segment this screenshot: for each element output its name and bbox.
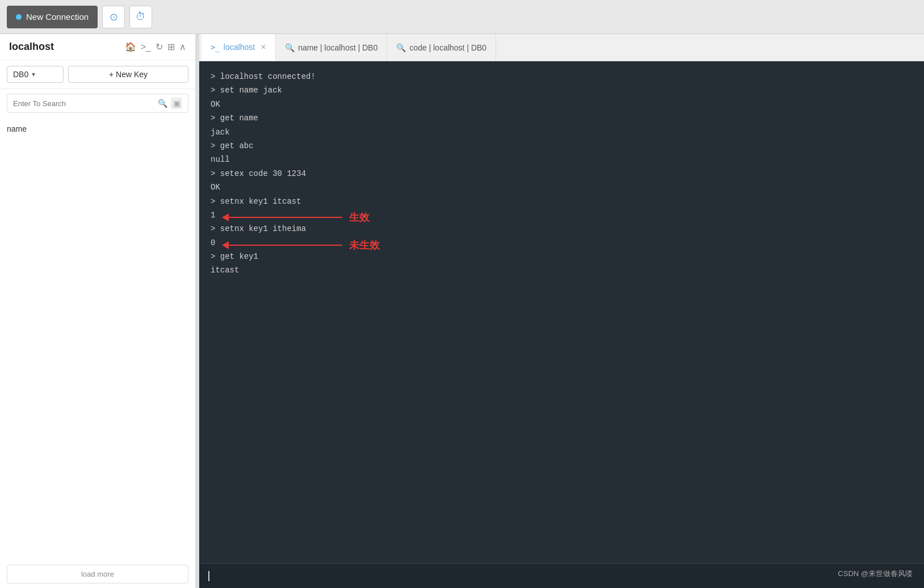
key-list: name bbox=[0, 117, 195, 560]
home-icon[interactable]: 🏠 bbox=[125, 41, 136, 52]
search-bar: 🔍 ▣ bbox=[7, 94, 188, 113]
load-more-button[interactable]: load more bbox=[7, 565, 188, 583]
terminal-line: 0 未生效 bbox=[211, 237, 913, 249]
new-connection-label: New Connection bbox=[26, 12, 89, 22]
tabs-bar: >_ localhost ✕ 🔍 name | localhost | DB0 … bbox=[199, 34, 924, 61]
toolbar: New Connection ⊙ ⏱ bbox=[0, 0, 924, 34]
sidebar-title: localhost bbox=[9, 41, 54, 53]
tab-code-label: code | localhost | DB0 bbox=[409, 43, 486, 52]
db-selector[interactable]: DB0 ▾ bbox=[7, 66, 64, 83]
sidebar-controls: DB0 ▾ + New Key bbox=[0, 60, 195, 89]
refresh-icon[interactable]: ↻ bbox=[156, 41, 163, 52]
tab-name-search[interactable]: 🔍 name | localhost | DB0 bbox=[276, 34, 387, 61]
terminal-line: null bbox=[211, 153, 913, 166]
tab-localhost[interactable]: >_ localhost ✕ bbox=[201, 34, 276, 61]
terminal-line: > setex code 30 1234 bbox=[211, 167, 913, 180]
terminal-line: OK bbox=[211, 181, 913, 194]
new-connection-button[interactable]: New Connection bbox=[7, 6, 98, 28]
watermark: CSDN @来世做春风喽 bbox=[838, 569, 913, 579]
connection-status-dot bbox=[16, 14, 22, 20]
new-key-button[interactable]: + New Key bbox=[68, 66, 188, 83]
main-content: >_ localhost ✕ 🔍 name | localhost | DB0 … bbox=[199, 34, 924, 588]
terminal-line: > get name bbox=[211, 112, 913, 124]
terminal-line: > setnx key1 itcast bbox=[211, 195, 913, 208]
load-more-label: load more bbox=[81, 570, 114, 578]
tab-label: localhost bbox=[224, 43, 255, 52]
terminal-line: > localhost connected! bbox=[211, 70, 913, 83]
tab-name-label: name | localhost | DB0 bbox=[298, 43, 377, 52]
search-input[interactable] bbox=[13, 99, 154, 108]
sidebar-icons: 🏠 >_ ↻ ⊞ ∧ bbox=[125, 41, 186, 52]
tab-code-search[interactable]: 🔍 code | localhost | DB0 bbox=[387, 34, 496, 61]
clock-icon: ⏱ bbox=[136, 11, 146, 23]
sidebar: localhost 🏠 >_ ↻ ⊞ ∧ DB0 ▾ + New Key 🔍 ▣ bbox=[0, 34, 196, 588]
terminal-line: > set name jack bbox=[211, 84, 913, 96]
filter-icon[interactable]: ▣ bbox=[171, 98, 182, 109]
terminal-icon: ⊙ bbox=[110, 11, 118, 23]
new-key-label: + New Key bbox=[109, 70, 148, 79]
tab-search-icon-1: 🔍 bbox=[285, 43, 295, 52]
tab-prefix-icon: >_ bbox=[211, 43, 220, 52]
history-icon-button[interactable]: ⏱ bbox=[129, 6, 152, 28]
main-layout: localhost 🏠 >_ ↻ ⊞ ∧ DB0 ▾ + New Key 🔍 ▣ bbox=[0, 34, 924, 588]
key-item-name[interactable]: name bbox=[7, 122, 188, 136]
terminal-line: 1 生效 bbox=[211, 209, 913, 221]
terminal-input-row[interactable] bbox=[199, 563, 924, 588]
close-icon[interactable]: ✕ bbox=[261, 43, 266, 51]
terminal-line: OK bbox=[211, 98, 913, 111]
arrow-annotation-2: 未生效 bbox=[222, 237, 380, 254]
terminal-line: jack bbox=[211, 126, 913, 138]
chevron-down-icon: ▾ bbox=[32, 70, 35, 78]
terminal-line: itcast bbox=[211, 264, 913, 276]
terminal-output[interactable]: > localhost connected! > set name jack O… bbox=[199, 61, 924, 563]
grid-icon[interactable]: ⊞ bbox=[167, 41, 175, 52]
arrow-annotation-1: 生效 bbox=[222, 209, 369, 226]
terminal-wrapper: > localhost connected! > set name jack O… bbox=[199, 61, 924, 588]
terminal-icon-button[interactable]: ⊙ bbox=[102, 6, 125, 28]
terminal-cursor bbox=[208, 571, 209, 581]
sidebar-header: localhost 🏠 >_ ↻ ⊞ ∧ bbox=[0, 34, 195, 60]
terminal-line: > get abc bbox=[211, 140, 913, 152]
terminal-small-icon[interactable]: >_ bbox=[141, 42, 151, 52]
db-selector-value: DB0 bbox=[13, 70, 28, 79]
search-icon: 🔍 bbox=[158, 99, 167, 108]
watermark-text: CSDN @来世做春风喽 bbox=[838, 569, 913, 578]
tab-search-icon-2: 🔍 bbox=[396, 43, 406, 52]
collapse-icon[interactable]: ∧ bbox=[179, 41, 186, 52]
